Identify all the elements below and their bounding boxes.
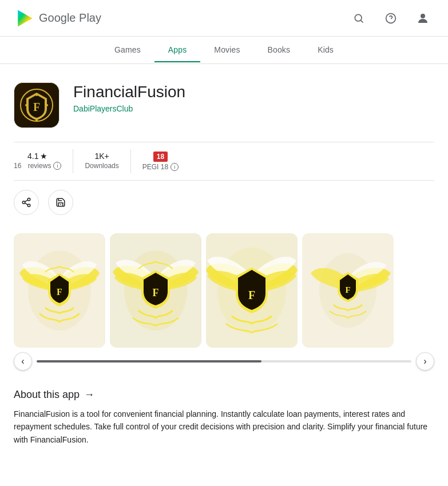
downloads-label: Downloads <box>85 162 118 170</box>
downloads-value: 1K+ <box>94 152 109 161</box>
scroll-track <box>37 360 411 362</box>
brand-area: Google Play <box>14 8 101 29</box>
pegi-stat: 18 PEGI 18 i <box>131 149 190 173</box>
nav-kids[interactable]: Kids <box>304 38 347 62</box>
star-icon: ★ <box>40 152 47 161</box>
pegi-info-icon[interactable]: i <box>171 163 179 171</box>
svg-line-16 <box>25 200 27 202</box>
rating-stat: 4.1 ★ 16 reviews i <box>14 149 73 173</box>
help-icon[interactable] <box>379 7 402 30</box>
svg-line-15 <box>25 203 27 205</box>
pegi-label: PEGI 18 i <box>142 163 179 171</box>
scroll-thumb <box>37 360 261 362</box>
about-description: FinancialFusion is a tool for convenient… <box>14 408 434 446</box>
nav-books[interactable]: Books <box>254 38 304 62</box>
navigation: Games Apps Movies Books Kids <box>0 37 448 64</box>
svg-text:F: F <box>57 287 62 297</box>
svg-point-9 <box>46 104 48 106</box>
scroll-next-button[interactable]: › <box>416 352 434 371</box>
svg-text:F: F <box>345 285 350 294</box>
screenshot-4[interactable]: F <box>302 233 394 348</box>
screenshots-section: F <box>14 233 434 371</box>
svg-marker-0 <box>18 10 32 26</box>
about-arrow-icon[interactable]: → <box>84 389 94 401</box>
svg-point-1 <box>355 14 362 21</box>
svg-point-10 <box>25 104 27 106</box>
svg-text:F: F <box>153 287 159 298</box>
scroll-row: ‹ › <box>14 352 434 371</box>
svg-line-2 <box>361 20 363 22</box>
app-info: FinancialFusion DabiPlayersClub <box>73 82 434 113</box>
screenshot-3[interactable]: F <box>206 233 298 348</box>
screenshots-container: F <box>14 233 434 348</box>
rating-info-icon[interactable]: i <box>53 162 61 170</box>
account-icon[interactable] <box>411 7 434 30</box>
stats-row: 4.1 ★ 16 reviews i 1K+ Downloads 18 PEGI… <box>14 142 434 181</box>
scroll-prev-button[interactable]: ‹ <box>14 352 32 371</box>
play-logo-icon <box>14 8 34 29</box>
app-developer[interactable]: DabiPlayersClub <box>73 104 434 113</box>
share-button[interactable] <box>14 190 39 215</box>
app-title: FinancialFusion <box>73 82 434 102</box>
svg-text:F: F <box>33 101 40 113</box>
wishlist-button[interactable] <box>48 190 73 215</box>
rating-value: 4.1 ★ <box>27 152 47 161</box>
header-actions <box>347 7 434 30</box>
about-title: About this app <box>14 389 80 401</box>
pegi-badge: 18 <box>153 152 168 162</box>
about-header: About this app → <box>14 389 434 401</box>
nav-movies[interactable]: Movies <box>200 38 253 62</box>
screenshot-1[interactable]: F <box>14 233 105 348</box>
svg-point-8 <box>35 94 38 96</box>
nav-games[interactable]: Games <box>101 38 154 62</box>
downloads-stat: 1K+ Downloads <box>73 149 130 173</box>
nav-apps[interactable]: Apps <box>154 38 200 62</box>
svg-point-5 <box>421 14 425 18</box>
app-header: F FinancialFusion DabiPlayersClub <box>14 82 434 128</box>
pegi-value: 18 <box>153 152 168 162</box>
svg-point-11 <box>35 119 38 121</box>
svg-point-12 <box>27 198 30 201</box>
svg-text:F: F <box>248 289 255 301</box>
actions-row <box>14 190 434 215</box>
app-icon-emblem: F <box>19 88 54 122</box>
screenshot-2[interactable]: F <box>110 233 201 348</box>
app-icon: F <box>14 82 60 128</box>
brand-name: Google Play <box>39 11 101 25</box>
svg-point-13 <box>22 201 25 204</box>
header: Google Play <box>0 0 448 37</box>
rating-label: 16 reviews i <box>14 162 61 170</box>
main-content: F FinancialFusion DabiPlayersClub 4.1 ★ … <box>0 64 448 464</box>
search-icon[interactable] <box>347 7 370 30</box>
svg-point-14 <box>27 204 30 207</box>
about-section: About this app → FinancialFusion is a to… <box>14 389 434 446</box>
